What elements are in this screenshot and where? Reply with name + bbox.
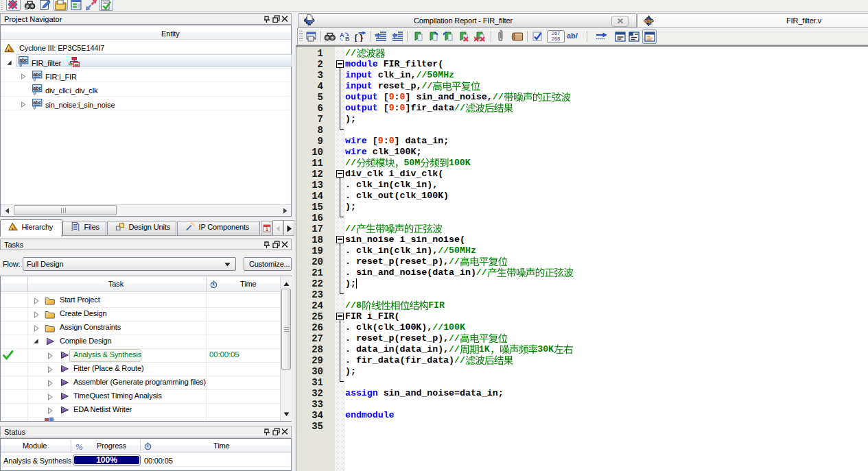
svg-text:abc: abc bbox=[33, 72, 41, 77]
svg-text:1: 1 bbox=[266, 226, 269, 232]
svg-text:B: B bbox=[345, 36, 350, 42]
svg-text:{ }: { } bbox=[355, 33, 363, 42]
svg-text:abc: abc bbox=[33, 100, 41, 105]
svg-text:A: A bbox=[340, 32, 344, 38]
svg-text:abc: abc bbox=[644, 18, 654, 24]
svg-text:abc: abc bbox=[33, 86, 41, 90]
svg-text:abc: abc bbox=[19, 58, 27, 62]
